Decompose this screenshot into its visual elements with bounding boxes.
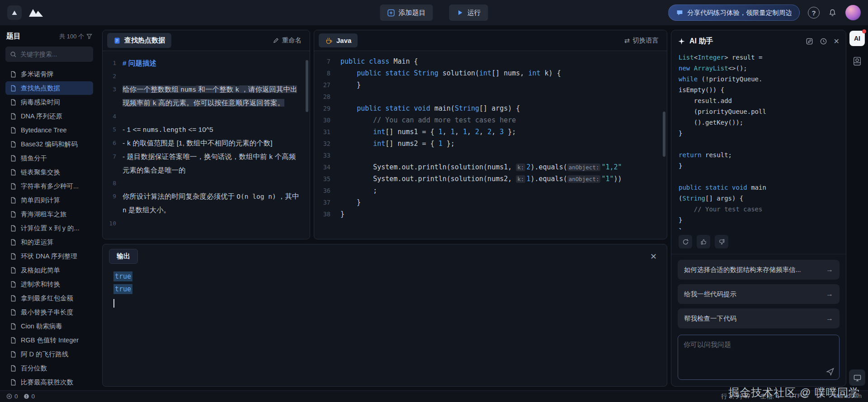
refresh-icon — [682, 238, 689, 245]
history-icon[interactable] — [820, 37, 827, 45]
sidebar-item[interactable]: 和的逆运算 — [5, 235, 93, 249]
sidebar-item[interactable]: 多米诺骨牌 — [5, 67, 93, 81]
encoding-setting[interactable]: UTF-8 — [789, 393, 807, 401]
sidebar-item-label: 青海湖租车之旅 — [21, 210, 67, 219]
language-mode[interactable]: Markdown — [834, 393, 862, 401]
sidebar-item[interactable]: 比赛最高获胜次数 — [5, 375, 93, 389]
sidebar-item[interactable]: 阿 D 的飞行路线 — [5, 347, 93, 361]
sidebar-item-label: 简单四则计算 — [21, 196, 60, 205]
sidebar-item[interactable]: 查找热点数据 — [5, 81, 93, 95]
ai-suggestion-label: 帮我检查一下代码 — [684, 314, 822, 323]
ai-code-line: } — [679, 128, 839, 139]
problem-tab[interactable]: 查找热点数据 — [107, 33, 171, 48]
sidebar-item[interactable]: 病毒感染时间 — [5, 95, 93, 109]
sidebar-item[interactable]: 及格如此简单 — [5, 263, 93, 277]
document-icon — [10, 365, 17, 372]
help-icon[interactable]: ? — [808, 7, 820, 19]
output-tab[interactable]: 输出 — [109, 249, 138, 264]
document-icon — [10, 85, 17, 92]
language-tab-java[interactable]: Java — [319, 33, 358, 47]
code-line: 38} — [314, 208, 667, 220]
regenerate-button[interactable] — [679, 235, 692, 248]
marscode-logo[interactable] — [28, 7, 45, 18]
eol-setting[interactable]: LF — [816, 393, 824, 401]
problem-line-text: - 题目数据保证答案唯一，换句话说，数组中前 k 个高频元素的集合是唯一的 — [123, 150, 310, 177]
ai-input-box[interactable] — [678, 335, 840, 380]
code-line: 7public class Main { — [314, 56, 667, 67]
problem-count-label: 共 100 个 — [59, 33, 84, 41]
ai-suggestion-chip[interactable]: 如何选择合适的数据结构来存储频率信...→ — [678, 260, 840, 280]
switch-language-button[interactable]: ⇄ 切换语言 — [624, 36, 662, 45]
scrollbar-thumb[interactable] — [663, 112, 665, 157]
app-logo[interactable] — [7, 5, 22, 20]
code-line-text: ; — [340, 185, 377, 196]
ai-suggestion-label: 给我一些代码提示 — [684, 290, 822, 299]
ai-input[interactable] — [678, 335, 839, 379]
sidebar-item[interactable]: Bytedance Tree — [5, 123, 93, 137]
sidebar-item[interactable]: 环状 DNA 序列整理 — [5, 249, 93, 263]
sidebar-item-label: 拿到最多红包金额 — [21, 294, 73, 303]
sidebar-item[interactable]: 计算位置 x 到 y 的... — [5, 221, 93, 235]
add-problem-button[interactable]: 添加题目 — [380, 5, 433, 21]
claw-machine-icon[interactable] — [852, 56, 862, 67]
warning-icon — [24, 393, 29, 399]
sidebar-item[interactable]: 拿到最多红包金额 — [5, 291, 93, 305]
sidebar-item[interactable]: 青海湖租车之旅 — [5, 207, 93, 221]
new-chat-icon[interactable] — [806, 37, 813, 45]
close-icon[interactable]: ✕ — [646, 252, 660, 262]
warnings-indicator[interactable]: 0 — [24, 393, 35, 400]
code-line: 33 — [314, 150, 667, 161]
ai-code-line: return result; — [679, 150, 839, 160]
thumbs-up-button[interactable] — [697, 235, 710, 248]
cursor-position[interactable]: 行 3, 列 47 — [721, 393, 750, 401]
ai-suggestion-chip[interactable]: 给我一些代码提示→ — [678, 284, 840, 304]
sidebar-item-label: Base32 编码和解码 — [21, 140, 78, 149]
logo-group — [7, 5, 45, 20]
line-number: 2 — [103, 70, 123, 83]
sidebar-item[interactable]: 猫鱼分干 — [5, 151, 93, 165]
sidebar-item[interactable]: RGB 色值转 Integer — [5, 333, 93, 347]
run-button[interactable]: 运行 — [449, 5, 488, 21]
search-input[interactable] — [20, 51, 89, 58]
close-icon[interactable]: ✕ — [834, 37, 840, 46]
editor-lines[interactable]: 7public class Main {8 public static Stri… — [314, 51, 667, 239]
indent-setting[interactable]: 空格: 4 — [760, 393, 779, 401]
sidebar-item[interactable]: 进制求和转换 — [5, 277, 93, 291]
sidebar-item[interactable]: Base32 编码和解码 — [5, 137, 93, 151]
problem-line-text — [123, 177, 310, 190]
rename-button[interactable]: 重命名 — [273, 36, 306, 45]
line-number: 7 — [103, 150, 123, 177]
sidebar-item-label: 阿 D 的飞行路线 — [21, 350, 69, 359]
sidebar-item[interactable]: DNA 序列还原 — [5, 109, 93, 123]
ai-assistant-badge[interactable]: AI — [849, 31, 865, 46]
sidebar-item[interactable]: 简单四则计算 — [5, 193, 93, 207]
sidebar-item[interactable]: 链表聚集交换 — [5, 165, 93, 179]
document-icon — [10, 295, 17, 302]
sidebar-item-label: 字符串有多少种可... — [21, 182, 79, 191]
code-line-text — [340, 91, 344, 103]
sidebar-item[interactable]: Cion 勒索病毒 — [5, 319, 93, 333]
problem-list: 多米诺骨牌查找热点数据病毒感染时间DNA 序列还原Bytedance TreeB… — [5, 67, 93, 390]
errors-indicator[interactable]: 0 — [6, 393, 18, 400]
scrollbar-thumb[interactable] — [306, 60, 308, 112]
filter-icon[interactable] — [86, 33, 92, 39]
ai-code-line: while (!priorityQueue. — [679, 74, 839, 84]
line-number: 7 — [314, 56, 340, 67]
document-icon — [10, 323, 17, 330]
switch-language-icon: ⇄ — [624, 37, 630, 44]
sidebar-item[interactable]: 百分位数 — [5, 361, 93, 375]
thumbs-down-button[interactable] — [715, 235, 728, 248]
ai-suggestion-chip[interactable]: 帮我检查一下代码→ — [678, 309, 840, 328]
notifications-icon[interactable] — [828, 8, 837, 18]
problem-lines[interactable]: 1# 问题描述2 3给你一个整数数组 nums 和一个整数 k ，请你返回其中出… — [103, 51, 310, 239]
search-icon — [10, 51, 17, 58]
line-number: 4 — [103, 110, 123, 123]
send-icon[interactable] — [826, 367, 835, 376]
sidebar-item[interactable]: 字符串有多少种可... — [5, 179, 93, 193]
avatar[interactable] — [845, 5, 861, 20]
monitor-button[interactable] — [849, 369, 865, 386]
sidebar-item[interactable]: 最小替换子串长度 — [5, 305, 93, 319]
share-banner[interactable]: 分享代码练习体验，领限量定制周边 — [668, 5, 800, 21]
sidebar-item-label: 最小替换子串长度 — [21, 308, 73, 317]
search-box[interactable] — [5, 47, 93, 62]
